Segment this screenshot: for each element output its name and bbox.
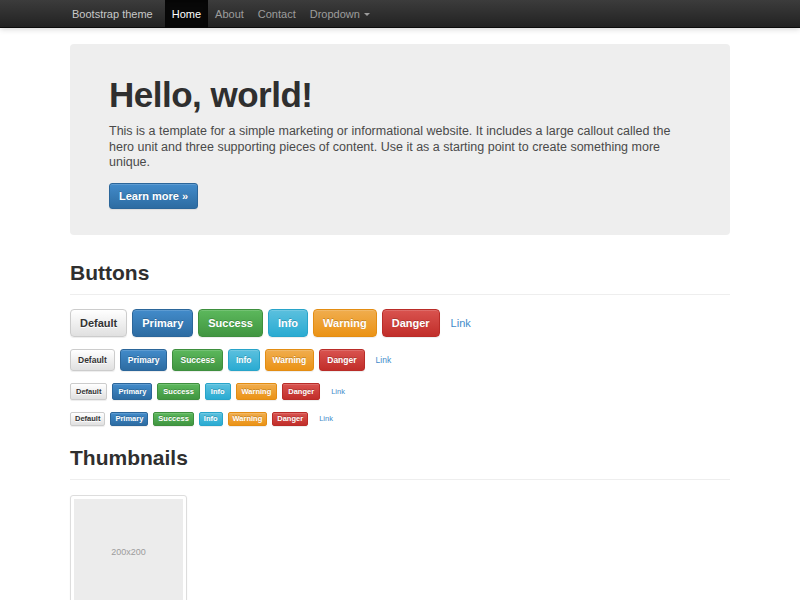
learn-more-button[interactable]: Learn more » [109,183,198,209]
button-row-small: DefaultPrimarySuccessInfoWarningDangerLi… [70,383,730,400]
button-row-large: DefaultPrimarySuccessInfoWarningDangerLi… [70,309,730,337]
success-button-small[interactable]: Success [157,383,199,400]
info-button-default[interactable]: Info [228,349,260,371]
primary-button-extra-small[interactable]: Primary [110,412,148,426]
warning-button-extra-small[interactable]: Warning [228,412,268,426]
hero-description: This is a template for a simple marketin… [109,124,691,171]
default-button-extra-small[interactable]: Default [70,412,105,426]
warning-button-large[interactable]: Warning [313,309,377,337]
primary-button-large[interactable]: Primary [132,309,193,337]
link-button-default[interactable]: Link [376,355,392,365]
info-button-extra-small[interactable]: Info [199,412,223,426]
nav-item-home[interactable]: Home [165,0,208,28]
nav-item-dropdown[interactable]: Dropdown [303,0,377,28]
hero-unit: Hello, world! This is a template for a s… [70,44,730,235]
danger-button-large[interactable]: Danger [382,309,440,337]
danger-button-extra-small[interactable]: Danger [272,412,308,426]
danger-button-default[interactable]: Danger [319,349,364,371]
nav-item-dropdown-label: Dropdown [310,0,360,28]
nav-item-contact[interactable]: Contact [251,0,303,28]
success-button-default[interactable]: Success [172,349,223,371]
link-button-extra-small[interactable]: Link [319,414,333,423]
link-button-small[interactable]: Link [331,387,345,396]
navbar-brand[interactable]: Bootstrap theme [70,0,155,28]
link-button-large[interactable]: Link [451,317,471,329]
caret-down-icon [364,13,370,16]
button-rows: DefaultPrimarySuccessInfoWarningDangerLi… [70,309,730,426]
success-button-large[interactable]: Success [198,309,263,337]
default-button-default[interactable]: Default [70,349,115,371]
default-button-small[interactable]: Default [70,383,107,400]
danger-button-small[interactable]: Danger [282,383,320,400]
navbar-nav: Home About Contact Dropdown [165,0,377,28]
info-button-small[interactable]: Info [205,383,231,400]
button-row-extra-small: DefaultPrimarySuccessInfoWarningDangerLi… [70,412,730,426]
default-button-large[interactable]: Default [70,309,127,337]
info-button-large[interactable]: Info [268,309,308,337]
nav-item-about[interactable]: About [208,0,251,28]
navbar: Bootstrap theme Home About Contact Dropd… [0,0,800,28]
thumbnail-link[interactable]: 200x200 [70,495,187,600]
buttons-section-heading: Buttons [70,261,730,295]
warning-button-default[interactable]: Warning [265,349,315,371]
primary-button-small[interactable]: Primary [112,383,152,400]
thumbnail-placeholder-label: 200x200 [111,547,146,557]
hero-title: Hello, world! [109,76,691,113]
success-button-extra-small[interactable]: Success [153,412,193,426]
button-row-default: DefaultPrimarySuccessInfoWarningDangerLi… [70,349,730,371]
thumbnail-placeholder-image: 200x200 [74,499,183,600]
primary-button-default[interactable]: Primary [120,349,168,371]
thumbnails-section-heading: Thumbnails [70,446,730,480]
warning-button-small[interactable]: Warning [236,383,278,400]
